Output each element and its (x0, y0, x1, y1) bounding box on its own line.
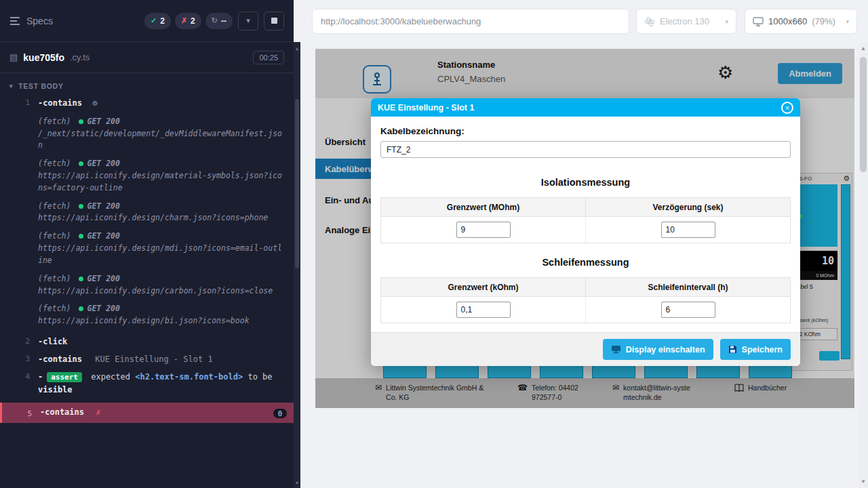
table-cell (586, 297, 790, 323)
loop-intervall-input[interactable] (661, 302, 715, 318)
log-url: /_next/static/development/_devMiddleware… (38, 128, 285, 152)
network-log: (fetch)GET 200 https://api.iconify.desig… (38, 201, 285, 225)
save-button[interactable]: Speichern (720, 339, 791, 360)
spec-duration: 00:25 (253, 51, 284, 64)
save-floppy-icon (728, 345, 737, 354)
log-status: GET 200 (87, 231, 119, 241)
loop-table: Grenzwert (kOhm) Schleifenintervall (h) (380, 277, 791, 323)
command-content: -contains ✗ (40, 406, 108, 420)
close-icon[interactable]: × (781, 102, 793, 114)
caret-down-icon: ▾ (9, 83, 13, 89)
col-verzoegerung: Verzögerung (sek) (586, 198, 790, 216)
log-status: GET 200 (87, 117, 119, 126)
col-grenzwert-mohm: Grenzwert (MOhm) (381, 198, 586, 216)
page-scrollbar[interactable]: ▲ ▼ (859, 42, 868, 488)
command-row-contains-1[interactable]: 1 -contains ⚙ (0, 95, 294, 113)
network-log: (fetch)GET 200 https://api.iconify.desig… (38, 303, 285, 327)
command-content: -assert expected <h2.text-sm.font-bold> … (38, 371, 294, 398)
cable-name-label: Kabelbezeichnung: (380, 126, 791, 136)
command-row-click[interactable]: 2 -click (0, 333, 294, 351)
url-bar[interactable] (312, 9, 629, 34)
passed-icon: ✓ (151, 16, 157, 25)
collapse-button[interactable]: ▾ (238, 12, 258, 30)
scroll-up-icon[interactable]: ▲ (859, 45, 868, 52)
spec-row[interactable]: ▤ kue705fo .cy.ts 00:25 (0, 42, 294, 73)
table-header-row: Grenzwert (MOhm) Verzögerung (sek) (381, 198, 790, 217)
scroll-down-icon[interactable]: ▼ (294, 481, 300, 485)
test-body-toggle[interactable]: ▾ TEST BODY (0, 73, 294, 95)
command-row-contains-2[interactable]: 3 -contains KUE Einstellung - Slot 1 (0, 351, 294, 369)
display-on-button[interactable]: Display einschalten (603, 339, 713, 360)
reporter-scrollbar[interactable]: ▲ ▼ (294, 0, 300, 488)
scrollbar-thumb[interactable] (295, 99, 299, 268)
line-number: 2 (0, 336, 38, 346)
table-value-row (381, 297, 790, 323)
cable-name-input[interactable] (380, 141, 791, 158)
scrollbar-track[interactable]: ▲ ▼ (294, 42, 300, 488)
log-status: GET 200 (87, 274, 119, 283)
command-row-assert[interactable]: 4 -assert expected <h2.text-sm.font-bold… (0, 369, 294, 400)
modal-title: KUE Einstellung - Slot 1 (378, 103, 474, 113)
run-stats: ✓2 ✗2 ↻-- (144, 13, 233, 29)
iso-verzoegerung-input[interactable] (661, 222, 715, 238)
log-url: https://api.iconify.design/material-symb… (38, 170, 285, 195)
network-log: (fetch)GET 200 https://api.iconify.desig… (38, 273, 285, 298)
line-number: 4 (0, 371, 38, 381)
command-content: -click (38, 336, 294, 349)
viewport-select[interactable]: 1000x660 (79%) ▾ (745, 9, 857, 34)
command-row-contains-failed[interactable]: 5 -contains ✗ 0 (0, 403, 294, 423)
failed-count: ✗2 (175, 13, 201, 29)
command-log: 1 -contains ⚙ (fetch)GET 200 /_next/stat… (0, 95, 294, 423)
display-icon (611, 345, 621, 354)
electron-icon (644, 16, 655, 27)
stop-icon (271, 18, 277, 24)
table-value-row (381, 217, 790, 243)
status-dot (79, 204, 83, 209)
pending-count: ↻-- (205, 13, 233, 29)
url-input[interactable] (321, 16, 620, 26)
scroll-up-icon[interactable]: ▲ (294, 46, 300, 51)
status-dot (79, 161, 83, 166)
log-url: https://api.iconify.design/mdi.json?icon… (38, 243, 285, 267)
log-status: GET 200 (87, 201, 119, 211)
network-log: (fetch)GET 200 https://api.iconify.desig… (38, 230, 285, 266)
log-url: https://api.iconify.design/bi.json?icons… (38, 315, 285, 327)
specs-label: Specs (26, 16, 53, 26)
log-tag: (fetch) (38, 274, 71, 283)
log-status: GET 200 (87, 304, 119, 313)
iso-grenzwert-input[interactable] (456, 222, 511, 238)
viewport-zoom: (79%) (812, 16, 835, 26)
failed-icon: ✗ (181, 16, 187, 25)
loop-grenzwert-input[interactable] (456, 302, 511, 318)
loop-section-title: Schleifenmessung (380, 257, 791, 268)
network-log: (fetch)GET 200 /_next/static/development… (38, 116, 285, 152)
cypress-runner-window: Specs ✓2 ✗2 ↻-- ▾ ▤ kue705fo .cy.ts 00:2… (0, 0, 868, 488)
specs-menu-icon (9, 16, 20, 26)
fail-x-icon: ✗ (96, 407, 100, 417)
log-url: https://api.iconify.design/carbon.json?i… (38, 285, 285, 298)
scrollbar-thumb[interactable] (860, 57, 867, 172)
col-grenzwert-kohm: Grenzwert (kOhm) (381, 278, 586, 296)
preview-pane: Electron 130 ▾ 1000x660 (79%) ▾ Stations… (300, 0, 868, 488)
log-tag: (fetch) (38, 304, 71, 313)
command-argument: KUE Einstellung - Slot 1 (95, 354, 212, 364)
status-dot (79, 306, 83, 311)
line-number: 5 (2, 408, 40, 418)
stop-button[interactable] (264, 12, 284, 30)
scroll-down-icon[interactable]: ▼ (859, 479, 868, 485)
table-cell (381, 297, 586, 323)
browser-label: Electron 130 (660, 16, 709, 26)
specs-toggle[interactable]: Specs (9, 16, 53, 26)
modal-body: Kabelbezeichnung: Isolationsmessung Gren… (371, 117, 800, 323)
pending-icon: ↻ (212, 16, 218, 25)
log-tag: (fetch) (38, 231, 71, 241)
isolation-table: Grenzwert (MOhm) Verzögerung (sek) (380, 197, 791, 243)
assert-expected-state: visible (38, 385, 73, 394)
retry-count-badge: 0 (273, 409, 287, 418)
browser-select[interactable]: Electron 130 ▾ (636, 9, 736, 34)
reporter-panel: Specs ✓2 ✗2 ↻-- ▾ ▤ kue705fo .cy.ts 00:2… (0, 0, 294, 488)
spec-extension: .cy.ts (70, 52, 90, 62)
test-body-label: TEST BODY (18, 82, 63, 90)
table-cell (381, 217, 586, 243)
passed-count: ✓2 (144, 13, 171, 29)
